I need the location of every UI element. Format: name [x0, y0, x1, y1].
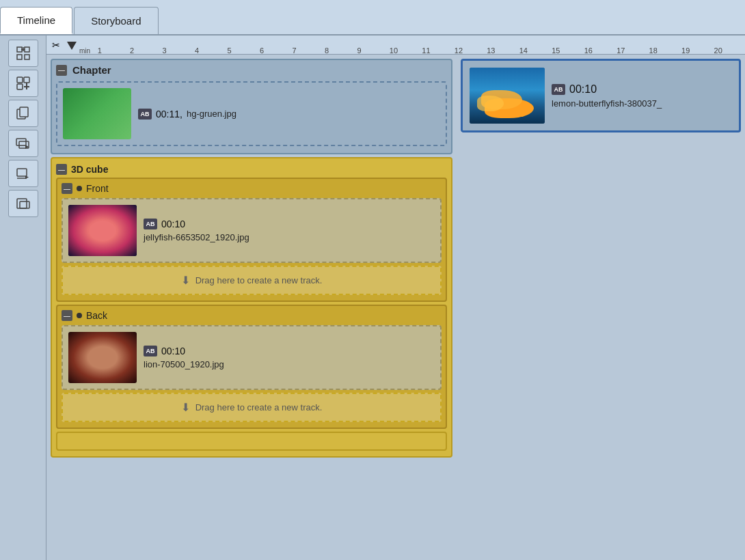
- ruler-mark-17: 17: [615, 46, 647, 55]
- effect-3d-block: — 3D cube — Front: [51, 157, 452, 458]
- drag-arrow-icon: ⬇: [181, 274, 190, 287]
- right-media-time: 00:10: [569, 83, 597, 96]
- face-front-media-thumb: [68, 205, 137, 256]
- right-media-info: AB 00:10 lemon-butterflyfish-380037_: [552, 83, 662, 109]
- chapter-media-thumb: [63, 88, 131, 139]
- chapter-media-filename: hg-gruen.jpg: [187, 109, 236, 119]
- chapter-media-time: 00:11,: [156, 109, 182, 120]
- ruler-mark-12: 12: [453, 46, 485, 55]
- face-back-collapse-btn[interactable]: —: [62, 310, 72, 321]
- face-back-media-info: AB 00:10 lion-70500_1920.jpg: [144, 346, 224, 369]
- ruler-mark-16: 16: [583, 46, 615, 55]
- ruler-mark-7: 7: [290, 46, 323, 55]
- ruler-mark-11: 11: [420, 46, 452, 55]
- ruler-mark-4: 4: [193, 46, 226, 55]
- chapter-media-time-row: AB 00:11, hg-gruen.jpg: [138, 109, 236, 120]
- chapter-media-info: AB 00:11, hg-gruen.jpg: [138, 109, 236, 120]
- face-front-drag-zone[interactable]: ⬇ Drag here to create a new track.: [62, 266, 442, 295]
- svg-rect-0: [17, 47, 22, 52]
- face-front-dot: [77, 186, 82, 191]
- chapter-collapse-btn[interactable]: —: [56, 65, 67, 76]
- face-back-ab-icon: AB: [144, 346, 157, 356]
- right-media-card[interactable]: AB 00:10 lemon-butterflyfish-380037_: [461, 59, 741, 132]
- ruler-mark-2: 2: [128, 46, 161, 55]
- face-back-media-time-row: AB 00:10: [144, 346, 224, 356]
- face-back-drag-zone[interactable]: ⬇ Drag here to create a new track.: [62, 393, 442, 422]
- tab-timeline-label: Timeline: [17, 14, 55, 26]
- ruler-mark-9: 9: [355, 46, 388, 55]
- right-media-filename: lemon-butterflyfish-380037_: [552, 98, 662, 109]
- toolbar-grid-btn[interactable]: [8, 40, 38, 67]
- ruler-mark-min: min: [78, 47, 96, 55]
- face-back-media-card[interactable]: AB 00:10 lion-70500_1920.jpg: [62, 325, 442, 390]
- drag-arrow-back-icon: ⬇: [181, 401, 190, 414]
- ruler-mark-8: 8: [323, 46, 355, 55]
- ruler-mark-19: 19: [680, 46, 712, 55]
- tab-storyboard-label: Storyboard: [91, 15, 141, 27]
- tab-bar: Timeline Storyboard: [0, 0, 745, 36]
- svg-rect-6: [17, 77, 23, 83]
- face-back-drag-label: Drag here to create a new track.: [195, 402, 323, 412]
- chapter-header: — Chapter: [56, 64, 447, 76]
- ruler-mark-18: 18: [648, 46, 680, 55]
- ruler-mark-1: 1: [96, 46, 128, 55]
- face-back-block: — Back AB 00:10: [56, 305, 447, 429]
- face-front-drag-label: Drag here to create a new track.: [195, 275, 323, 285]
- chapter-title: Chapter: [72, 64, 111, 76]
- face-back-header: — Back: [62, 309, 442, 322]
- ruler-mark-3: 3: [161, 46, 193, 55]
- toolbar-add-track-btn[interactable]: [8, 70, 38, 97]
- tab-storyboard[interactable]: Storyboard: [74, 7, 158, 34]
- effect-3d-collapse-btn[interactable]: —: [56, 164, 67, 175]
- svg-rect-2: [17, 55, 22, 59]
- face-front-title: Front: [86, 183, 109, 194]
- face-front-media-info: AB 00:10 jellyfish-6653502_1920.jpg: [144, 219, 249, 242]
- bottom-yellow-strip: [56, 432, 447, 451]
- toolbar-copy-btn[interactable]: [8, 100, 38, 127]
- ruler-mark-5: 5: [226, 46, 258, 55]
- face-back-media-time: 00:10: [161, 346, 185, 356]
- right-ab-icon: AB: [552, 84, 565, 95]
- toolbar-delete-btn[interactable]: [8, 190, 38, 217]
- svg-rect-3: [25, 55, 29, 59]
- toolbar-play-btn[interactable]: [8, 160, 38, 187]
- face-front-collapse-btn[interactable]: —: [62, 183, 72, 194]
- svg-rect-12: [20, 107, 28, 117]
- svg-rect-7: [24, 77, 29, 83]
- tab-timeline[interactable]: Timeline: [0, 7, 72, 34]
- chapter-block: — Chapter AB 00:11, hg-gruen.jpg: [51, 59, 452, 154]
- face-back-media-filename: lion-70500_1920.jpg: [144, 359, 224, 369]
- toolbar-multi-btn[interactable]: [8, 130, 38, 157]
- tracks-container: — Chapter AB 00:11, hg-gruen.jpg: [46, 55, 745, 560]
- chapter-media-card[interactable]: AB 00:11, hg-gruen.jpg: [56, 81, 447, 146]
- ruler-mark-6: 6: [258, 46, 290, 55]
- face-back-media-thumb: [68, 332, 137, 383]
- svg-rect-20: [20, 201, 29, 208]
- scissors-icon[interactable]: ✂: [52, 40, 60, 51]
- toolbar: [0, 36, 46, 560]
- chapter-ab-icon: AB: [138, 109, 152, 120]
- face-front-media-card[interactable]: AB 00:10 jellyfish-6653502_1920.jpg: [62, 198, 442, 263]
- effect-3d-title: 3D cube: [71, 164, 108, 175]
- face-front-header: — Front: [62, 182, 442, 195]
- svg-rect-19: [17, 199, 27, 208]
- right-media-thumb: [470, 68, 545, 124]
- ruler-mark-13: 13: [485, 46, 517, 55]
- ruler-mark-10: 10: [388, 46, 420, 55]
- ruler-mark-20: 20: [713, 46, 745, 55]
- svg-rect-16: [17, 169, 27, 176]
- svg-rect-1: [25, 47, 29, 52]
- svg-rect-13: [16, 139, 26, 145]
- right-media-time-row: AB 00:10: [552, 83, 662, 96]
- ruler-mark-14: 14: [518, 46, 550, 55]
- face-front-media-time: 00:10: [161, 219, 185, 229]
- face-front-ab-icon: AB: [144, 219, 157, 229]
- main-area: ✂ min 1 2 3 4 5 6 7 8 9 10 11 12 13: [0, 36, 745, 560]
- ruler-mark-15: 15: [550, 46, 582, 55]
- effect-3d-header: — 3D cube: [56, 161, 447, 178]
- face-back-title: Back: [86, 310, 107, 321]
- face-front-media-time-row: AB 00:10: [144, 219, 249, 229]
- ruler: ✂ min 1 2 3 4 5 6 7 8 9 10 11 12 13: [46, 36, 745, 55]
- timeline-area: ✂ min 1 2 3 4 5 6 7 8 9 10 11 12 13: [46, 36, 745, 560]
- right-panel: AB 00:10 lemon-butterflyfish-380037_: [457, 55, 745, 560]
